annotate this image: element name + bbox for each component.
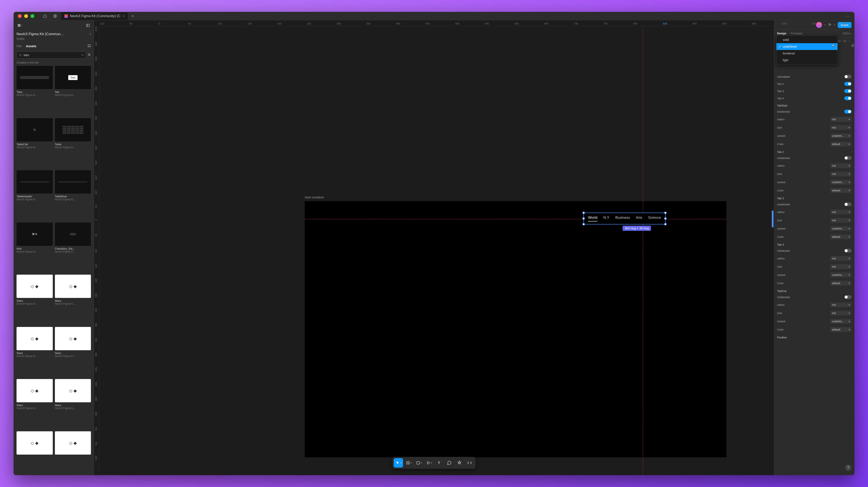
prop-select[interactable]: md▾	[830, 256, 851, 261]
selection-handle[interactable]	[664, 223, 666, 225]
prop-section[interactable]: TabEnd	[777, 287, 851, 293]
home-icon[interactable]	[41, 12, 49, 20]
selection-handle[interactable]	[583, 218, 585, 220]
component-cell[interactable]: ◇ ◆	[17, 431, 53, 475]
drafts-label[interactable]: Drafts	[13, 36, 94, 42]
dropdown-item-bordered[interactable]: bordered	[776, 50, 837, 57]
prop-select[interactable]: md▾	[830, 163, 851, 168]
toggle-switch[interactable]	[844, 75, 851, 78]
component-cell[interactable]: ◇ ◆StarsNextUI Figma Ki...	[55, 327, 91, 377]
community-icon[interactable]	[51, 12, 59, 20]
actions-tool[interactable]	[455, 458, 464, 467]
panel-toggle-icon[interactable]	[85, 23, 91, 28]
prop-select[interactable]: underlin...▾	[830, 272, 851, 278]
tab-science[interactable]: Science	[648, 216, 661, 222]
swap-icon[interactable]	[843, 39, 846, 43]
vertical-guide[interactable]	[643, 26, 643, 475]
prop-section[interactable]: TabStart	[777, 102, 851, 108]
library-icon[interactable]	[88, 44, 91, 48]
toggle-switch[interactable]	[844, 202, 851, 206]
prop-select[interactable]: md▾	[830, 218, 851, 223]
dropdown-item-underlined[interactable]: underlined	[776, 43, 837, 50]
comment-tool[interactable]	[444, 458, 454, 467]
selection-handle[interactable]	[664, 218, 666, 220]
prop-select[interactable]: md▾	[830, 209, 851, 215]
component-cell[interactable]: TextTabNextUI Figma Ki...	[55, 66, 91, 116]
prop-section[interactable]: Position	[777, 334, 851, 340]
minimize-window[interactable]	[24, 14, 28, 18]
toggle-switch[interactable]	[844, 110, 851, 113]
move-tool[interactable]: ▾	[394, 458, 403, 467]
zoom-level[interactable]: 101% ▾	[843, 32, 851, 35]
component-cell[interactable]: TabsNextUI Figma Ki...	[17, 66, 53, 116]
toggle-switch[interactable]	[844, 156, 851, 160]
prop-select[interactable]: md▾	[830, 311, 851, 316]
prop-select[interactable]: default▾	[830, 281, 851, 286]
prop-select[interactable]: default▾	[830, 327, 851, 332]
prop-select[interactable]: underlin...▾	[830, 180, 851, 185]
dark-container-frame[interactable]	[305, 201, 726, 457]
close-window[interactable]	[18, 14, 22, 18]
dropdown-item-solid[interactable]: solid	[776, 36, 837, 43]
titlebar-more-icon[interactable]: ⋯	[845, 13, 850, 19]
prop-section[interactable]: Tab 2	[777, 148, 851, 154]
pen-tool[interactable]: ▾	[424, 458, 434, 467]
rectangle-tool[interactable]: ▾	[414, 458, 424, 467]
tab-ny[interactable]: N.Y	[603, 216, 609, 222]
component-cell[interactable]: ⌘ KKbdNextUI Figma Ki...	[17, 223, 53, 273]
frame-label[interactable]: Dark container	[305, 196, 324, 199]
prop-select[interactable]: default▾	[830, 234, 851, 239]
prop-section[interactable]: Tab 3	[777, 195, 851, 201]
file-tab[interactable]: File	[17, 44, 22, 48]
selection-handle[interactable]	[583, 212, 585, 214]
canvas-area[interactable]: -100-50050100150200250300350400450500550…	[94, 20, 774, 475]
toggle-switch[interactable]	[844, 249, 851, 253]
prop-select[interactable]: underlin...▾	[830, 319, 851, 324]
search-input-wrapper[interactable]: ×	[17, 52, 86, 59]
selection-handle[interactable]	[664, 212, 666, 214]
tab-arts[interactable]: Arts	[636, 216, 642, 222]
file-title[interactable]: NextUI Figma Kit (Commun...	[17, 32, 64, 36]
present-icon[interactable]	[828, 23, 832, 27]
dropdown-item-light[interactable]: light	[776, 57, 837, 64]
go-to-component-icon[interactable]	[851, 44, 855, 48]
component-cell[interactable]: TableCellNextUI Figma Ki...	[17, 118, 53, 168]
component-cell[interactable]: ◇ ◆StarsNextUI Figma Ki...	[17, 327, 53, 377]
prop-select[interactable]: underlin...▾	[830, 133, 851, 138]
new-tab-button[interactable]: +	[128, 13, 137, 19]
component-cell[interactable]: TableNextUI Figma Ki...	[55, 118, 91, 168]
prop-section[interactable]: Tab 4	[777, 241, 851, 247]
prop-select[interactable]: md▾	[830, 117, 851, 122]
toggle-switch[interactable]	[844, 295, 851, 299]
prop-select[interactable]: default▾	[830, 142, 851, 147]
settings-icon[interactable]	[88, 53, 91, 57]
component-cell[interactable]: Checkbox_Ele...NextUI Figma Ki...	[55, 223, 91, 273]
selection-handle[interactable]	[583, 223, 585, 225]
maximize-window[interactable]	[31, 14, 34, 18]
frame-tool[interactable]: ▾	[404, 458, 413, 467]
toggle-switch[interactable]	[844, 89, 851, 93]
prop-select[interactable]: underlin...▾	[830, 226, 851, 231]
component-cell[interactable]: TableRowNextUI Figma Ki...	[55, 170, 91, 220]
canvas[interactable]: Dark container World N.Y Business Arts S…	[99, 26, 774, 475]
tab-world[interactable]: World	[588, 216, 597, 222]
instance-icon[interactable]	[838, 39, 841, 43]
tab-business[interactable]: Business	[615, 216, 630, 222]
component-cell[interactable]: TableHeaderNextUI Figma Ki...	[17, 170, 53, 220]
prop-select[interactable]: md▾	[830, 125, 851, 130]
clear-search-icon[interactable]: ×	[82, 53, 84, 57]
prop-select[interactable]: md▾	[830, 264, 851, 269]
toggle-switch[interactable]	[844, 96, 851, 100]
component-cell[interactable]: ◇ ◆StarsNextUI Figma Ki...	[17, 379, 53, 429]
help-button[interactable]: ?	[845, 464, 851, 471]
more-icon[interactable]: ⋯	[849, 39, 851, 43]
search-input[interactable]	[24, 53, 80, 57]
document-tab[interactable]: NextUI Figma Kit (Community) (C ×	[61, 12, 128, 20]
component-cell[interactable]: ◇ ◆	[55, 431, 91, 475]
prototype-tab[interactable]: Prototype	[790, 32, 802, 35]
component-cell[interactable]: ◇ ◆StarsNextUI Figma Ki...	[55, 379, 91, 429]
close-tab-icon[interactable]: ×	[123, 14, 124, 18]
tabs-component-selection[interactable]: World N.Y Business Arts Science	[583, 213, 665, 224]
prop-select[interactable]: default▾	[830, 188, 851, 193]
assets-tab[interactable]: Assets	[26, 44, 36, 48]
